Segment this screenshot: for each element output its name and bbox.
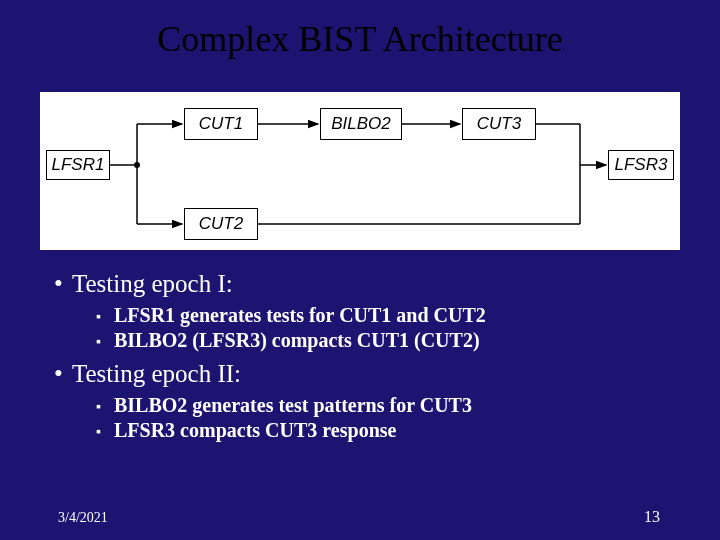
page-title: Complex BIST Architecture <box>0 0 720 60</box>
bullet-epoch1: •Testing epoch I: <box>54 270 664 298</box>
bullet-epoch2-text: Testing epoch II: <box>72 360 241 387</box>
block-cut3: CUT3 <box>462 108 536 140</box>
bullet-epoch2-sub2-text: LFSR3 compacts CUT3 response <box>114 419 396 441</box>
bullet-epoch1-sub1: ▪LFSR1 generates tests for CUT1 and CUT2 <box>96 304 664 327</box>
bullet-epoch1-sub2-text: BILBO2 (LFSR3) compacts CUT1 (CUT2) <box>114 329 480 351</box>
bullet-list: •Testing epoch I: ▪LFSR1 generates tests… <box>54 270 664 444</box>
block-lfsr3: LFSR3 <box>608 150 674 180</box>
block-bilbo2: BILBO2 <box>320 108 402 140</box>
footer-date: 3/4/2021 <box>58 510 108 526</box>
block-cut2: CUT2 <box>184 208 258 240</box>
bullet-epoch1-text: Testing epoch I: <box>72 270 233 297</box>
bullet-epoch2-sub2: ▪LFSR3 compacts CUT3 response <box>96 419 664 442</box>
bullet-epoch2-sub1-text: BILBO2 generates test patterns for CUT3 <box>114 394 472 416</box>
architecture-diagram: LFSR1 CUT1 BILBO2 CUT3 LFSR3 CUT2 <box>40 92 680 250</box>
bullet-epoch2-sub1: ▪BILBO2 generates test patterns for CUT3 <box>96 394 664 417</box>
bullet-epoch1-sub1-text: LFSR1 generates tests for CUT1 and CUT2 <box>114 304 486 326</box>
block-lfsr1: LFSR1 <box>46 150 110 180</box>
block-cut1: CUT1 <box>184 108 258 140</box>
footer-page: 13 <box>644 508 660 526</box>
bullet-epoch1-sub2: ▪BILBO2 (LFSR3) compacts CUT1 (CUT2) <box>96 329 664 352</box>
bullet-epoch2: •Testing epoch II: <box>54 360 664 388</box>
